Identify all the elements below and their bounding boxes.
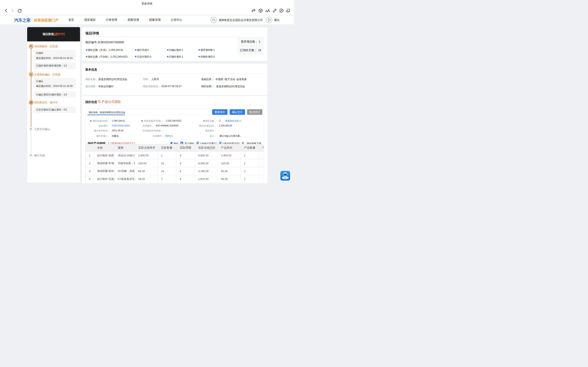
- svg-text:采: 采: [285, 178, 286, 179]
- svg-text:A: A: [267, 9, 270, 12]
